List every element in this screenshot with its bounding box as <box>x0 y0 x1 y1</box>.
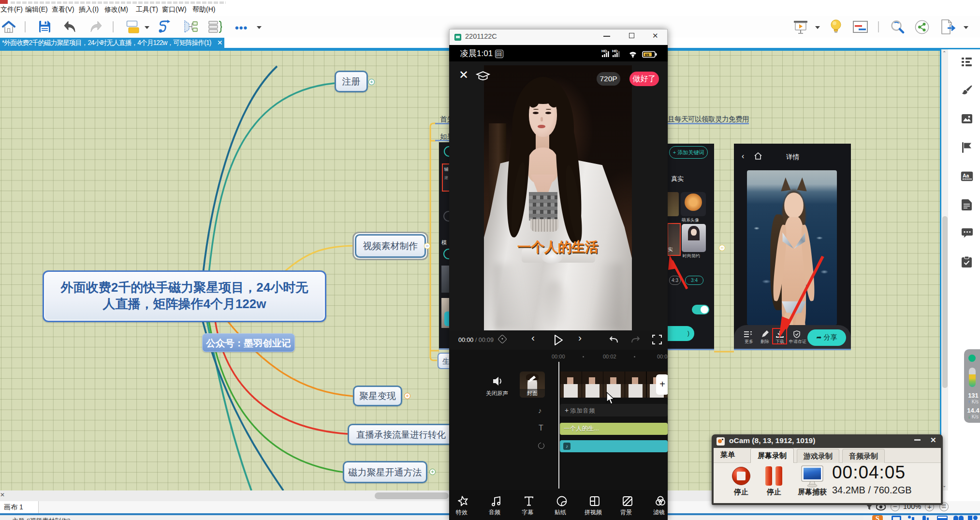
svg-text:HD: HD <box>612 49 618 53</box>
svg-text:Aa: Aa <box>963 173 969 178</box>
svg-text:HD: HD <box>601 49 607 53</box>
svg-text:65: 65 <box>645 53 649 57</box>
